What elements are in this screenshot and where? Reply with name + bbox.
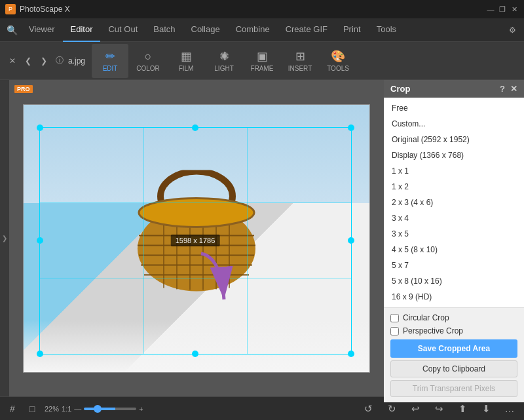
rotate-right-button[interactable]: ↪ <box>430 400 448 418</box>
maximize-button[interactable]: ❐ <box>498 5 507 14</box>
nav-combine[interactable]: Combine <box>228 18 278 42</box>
crop-grid-h1 <box>40 202 351 203</box>
side-panel-left: ❯ <box>0 80 9 396</box>
crop-option-5x8[interactable]: 5 x 8 (10 x 16) <box>384 273 524 289</box>
crop-box[interactable]: 1598 x 1786 <box>39 127 352 354</box>
crop-handle-ml[interactable] <box>37 237 43 244</box>
crop-handle-tc[interactable] <box>192 124 198 131</box>
edit-icon: ✏ <box>105 49 115 64</box>
canvas-area[interactable]: PRO <box>9 80 383 396</box>
crop-option-original[interactable]: Original (2592 x 1952) <box>384 132 524 147</box>
close-button[interactable]: ✕ <box>510 5 519 14</box>
crop-option-2x3[interactable]: 2 x 3 (4 x 6) <box>384 195 524 210</box>
crop-grid-v2 <box>247 128 248 354</box>
nav-creategif[interactable]: Create GIF <box>278 18 335 42</box>
size-label: 1598 x 1786 <box>171 235 220 246</box>
crop-option-1x1[interactable]: 1 x 1 <box>384 163 524 179</box>
crop-option-1x2[interactable]: 1 x 2 <box>384 179 524 195</box>
circular-crop-row: Circular Crop <box>390 313 517 322</box>
titlebar: P PhotoScape X — ❐ ✕ <box>0 0 524 18</box>
pro-badge: PRO <box>14 85 33 93</box>
tab-edit-label: EDIT <box>103 65 118 72</box>
main-area: ❯ PRO <box>0 80 524 396</box>
settings-button[interactable]: ⚙ <box>503 21 521 39</box>
crop-option-5x7[interactable]: 5 x 7 <box>384 258 524 273</box>
tab-insert[interactable]: ⊞ INSERT <box>282 44 318 78</box>
forward-button[interactable]: ❯ <box>37 54 51 68</box>
crop-option-free[interactable]: Free <box>384 100 524 116</box>
zoom-out-button[interactable]: — <box>74 405 81 413</box>
minimize-button[interactable]: — <box>486 5 495 14</box>
crop-handle-tl[interactable] <box>37 124 43 131</box>
tab-edit[interactable]: ✏ EDIT <box>92 44 128 78</box>
toolbar-tabs: ✏ EDIT ○ COLOR ▦ FILM ✺ LIGHT ▣ FRAME ⊞ … <box>92 44 356 78</box>
perspective-crop-label: Perspective Crop <box>403 326 463 335</box>
zoom-percent: 22% <box>45 405 59 413</box>
bottom-bar: # □ 22% 1:1 — + ↺ ↻ ↩ ↪ ⬆ ⬇ … <box>0 396 524 420</box>
film-icon: ▦ <box>181 49 192 64</box>
nav-print[interactable]: Print <box>335 18 369 42</box>
zoom-in-button[interactable]: + <box>139 405 143 413</box>
crop-handle-bc[interactable] <box>192 351 198 357</box>
left-panel-toggle[interactable]: ❯ <box>2 235 7 242</box>
trim-transparent-button[interactable]: Trim Transparent Pixels <box>390 380 517 397</box>
nav-tools[interactable]: Tools <box>369 18 404 42</box>
tab-tools[interactable]: 🎨 TOOLS <box>320 44 356 78</box>
crop-option-16x9[interactable]: 16 x 9 (HD) <box>384 289 524 305</box>
nav-cutout[interactable]: Cut Out <box>100 18 145 42</box>
navbar: 🔍 Viewer Editor Cut Out Batch Collage Co… <box>0 18 524 42</box>
copy-clipboard-button[interactable]: Copy to Clipboard <box>390 360 517 377</box>
crop-close-button[interactable]: ✕ <box>510 84 517 94</box>
crop-help-button[interactable]: ? <box>500 84 505 94</box>
grid-icon[interactable]: # <box>5 402 20 416</box>
perspective-crop-checkbox[interactable] <box>390 327 399 335</box>
nav-viewer[interactable]: Viewer <box>21 18 63 42</box>
tab-color[interactable]: ○ COLOR <box>130 44 166 78</box>
light-icon: ✺ <box>219 49 229 64</box>
upload-button[interactable]: ⬆ <box>453 400 472 418</box>
redo-button[interactable]: ↻ <box>383 400 401 418</box>
rotate-left-button[interactable]: ↩ <box>406 400 424 418</box>
search-button[interactable]: 🔍 <box>3 21 21 39</box>
crop-handle-mr[interactable] <box>348 237 354 244</box>
crop-overlay: 1598 x 1786 <box>23 104 370 373</box>
canvas-background: 1598 x 1786 <box>23 104 370 373</box>
zoom-controls: 22% 1:1 — + <box>45 405 143 413</box>
crop-option-3x5[interactable]: 3 x 5 <box>384 226 524 242</box>
crop-option-custom[interactable]: Custom... <box>384 116 524 132</box>
color-icon: ○ <box>145 50 152 64</box>
back-button[interactable]: ❮ <box>21 54 35 68</box>
titlebar-left: P PhotoScape X <box>5 4 70 14</box>
insert-icon: ⊞ <box>295 49 305 64</box>
file-name: a.jpg <box>68 56 85 66</box>
crop-option-4x5[interactable]: 4 x 5 (8 x 10) <box>384 242 524 258</box>
crop-handle-br[interactable] <box>348 351 354 357</box>
info-button[interactable]: ⓘ <box>52 54 67 68</box>
save-cropped-button[interactable]: Save Cropped Area <box>390 339 517 358</box>
crop-options: Circular Crop Perspective Crop Save Crop… <box>384 307 524 402</box>
tab-light[interactable]: ✺ LIGHT <box>206 44 242 78</box>
zoom-ratio: 1:1 <box>62 405 71 413</box>
nav-editor[interactable]: Editor <box>63 18 101 42</box>
app-icon: P <box>5 4 16 14</box>
crop-list: Free Custom... Original (2592 x 1952) Di… <box>384 98 524 307</box>
nav-batch[interactable]: Batch <box>145 18 183 42</box>
crop-option-display[interactable]: Display (1366 x 768) <box>384 147 524 163</box>
undo-button[interactable]: ↺ <box>359 400 377 418</box>
download-button[interactable]: ⬇ <box>477 400 495 418</box>
tab-film[interactable]: ▦ FILM <box>168 44 204 78</box>
crop-handle-bl[interactable] <box>37 351 43 357</box>
tab-frame[interactable]: ▣ FRAME <box>244 44 280 78</box>
more-button[interactable]: … <box>500 400 519 418</box>
titlebar-controls[interactable]: — ❐ ✕ <box>486 5 519 14</box>
app-title: PhotoScape X <box>20 5 70 14</box>
crop-handle-tr[interactable] <box>348 124 354 131</box>
nav-collage[interactable]: Collage <box>183 18 228 42</box>
tab-tools-label: TOOLS <box>327 65 349 72</box>
crop-panel-title: Crop <box>390 84 410 94</box>
crop-option-3x4[interactable]: 3 x 4 <box>384 210 524 226</box>
close-file-button[interactable]: ✕ <box>5 54 20 68</box>
canvas-icon[interactable]: □ <box>25 402 39 416</box>
zoom-slider[interactable] <box>84 408 136 410</box>
circular-crop-checkbox[interactable] <box>390 314 399 322</box>
